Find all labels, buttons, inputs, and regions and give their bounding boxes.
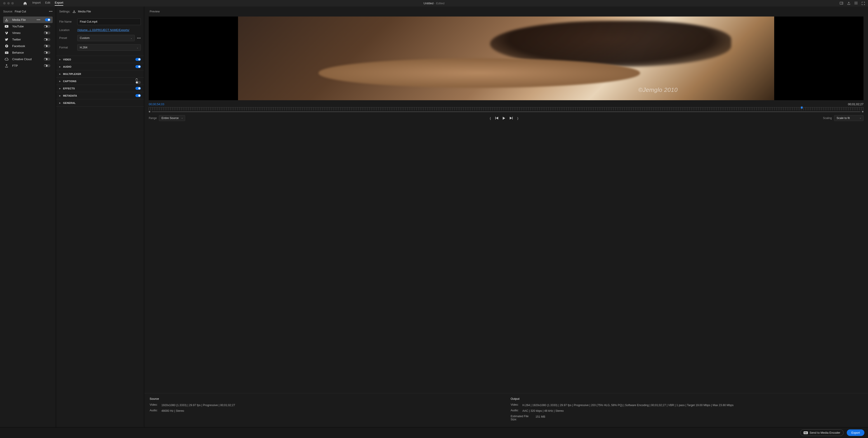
mark-out-icon[interactable]: } (517, 117, 518, 120)
preset-more-icon[interactable]: ••• (137, 36, 141, 40)
accordion-video[interactable]: ▶VIDEO (56, 56, 144, 63)
accordion-multiplexer[interactable]: ▶MULTIPLEXER (56, 70, 144, 78)
dest-toggle[interactable] (45, 18, 51, 21)
dest-creative-cloud[interactable]: Creative Cloud (3, 56, 53, 62)
preview-panel: Preview ©Jemglo 2010 00;00;54;03 00;01;0… (144, 6, 868, 427)
section-toggle[interactable] (135, 87, 141, 90)
scaling-label: Scaling (823, 117, 832, 120)
step-back-icon[interactable] (495, 117, 498, 119)
dest-media-file[interactable]: Media File••• (3, 17, 53, 23)
dest-icon (4, 64, 8, 67)
spinner-icon (135, 79, 138, 81)
document-title: Untitled - Edited (424, 2, 445, 5)
menu-icon[interactable] (855, 2, 858, 5)
send-to-encoder-button[interactable]: MeSend to Media Encoder (800, 430, 844, 436)
settings-label: Settings: (59, 10, 70, 13)
dest-label: Facebook (12, 45, 40, 48)
preview-header: Preview (149, 6, 864, 17)
spinner-icon (44, 58, 46, 60)
dest-icon (4, 18, 8, 22)
spinner-icon (44, 64, 46, 67)
footer: MeSend to Media Encoder Export (0, 427, 868, 438)
scaling-select[interactable]: Scale to fit (834, 115, 864, 121)
dest-label: Behance (12, 51, 40, 54)
playhead[interactable] (801, 107, 803, 109)
dest-vimeo[interactable]: Vimeo (3, 30, 53, 36)
chevron-right-icon: ▶ (59, 94, 61, 97)
source-label: Source: (3, 10, 13, 13)
dest-more-icon[interactable]: ••• (37, 18, 40, 22)
play-icon[interactable] (503, 117, 505, 120)
preset-label: Preset (59, 36, 77, 39)
dest-icon (4, 32, 8, 34)
nav-edit[interactable]: Edit (45, 1, 50, 6)
workspace-icon[interactable] (840, 2, 843, 5)
chevron-right-icon: ▶ (59, 66, 61, 68)
section-toggle[interactable] (135, 65, 141, 68)
spinner-icon (44, 32, 46, 34)
output-filesize: 151 MB (535, 415, 863, 421)
fullscreen-icon[interactable] (862, 2, 865, 5)
section-toggle[interactable] (135, 81, 141, 84)
mark-in-icon[interactable]: { (490, 117, 491, 120)
section-toggle[interactable] (135, 94, 141, 97)
video-preview[interactable]: ©Jemglo 2010 (149, 17, 864, 100)
preset-select[interactable]: Custom⌄ (77, 35, 135, 41)
window-traffic-lights[interactable] (3, 2, 14, 4)
accordion-general[interactable]: ▶GENERAL (56, 99, 144, 107)
share-icon[interactable] (847, 2, 850, 5)
dest-youtube[interactable]: YouTube (3, 23, 53, 30)
chevron-right-icon: ▶ (59, 73, 61, 75)
format-select[interactable]: H.264⌄ (77, 45, 141, 51)
dest-label: Creative Cloud (12, 57, 40, 61)
svg-rect-0 (840, 2, 843, 4)
dest-icon (4, 58, 8, 60)
scrub-track[interactable] (152, 112, 861, 112)
section-label: MULTIPLEXER (63, 72, 141, 75)
source-video-info: 1920x1080 (1.3333) | 29.97 fps | Progres… (161, 403, 502, 407)
settings-target: Media File (78, 10, 91, 13)
section-toggle[interactable] (135, 58, 141, 61)
section-label: EFFECTS (63, 87, 133, 90)
svg-text:Bē: Bē (6, 52, 7, 53)
media-encoder-icon: Me (804, 432, 808, 434)
chevron-down-icon: ⌄ (130, 37, 132, 39)
home-icon[interactable] (23, 2, 27, 5)
sources-panel: Source: Final Cut ••• Media File•••YouTu… (0, 6, 56, 427)
timeline-ruler[interactable] (149, 107, 864, 110)
dest-label: YouTube (12, 25, 40, 28)
dest-behance[interactable]: BēBehance (3, 49, 53, 56)
watermark: ©Jemglo 2010 (638, 86, 678, 93)
dest-ftp[interactable]: FTP (3, 62, 53, 69)
filename-input[interactable] (77, 18, 141, 25)
svg-rect-5 (495, 117, 496, 119)
summary-source-title: Source (150, 397, 502, 401)
chevron-right-icon: ▶ (59, 58, 61, 61)
output-video-info: H.264 | 1920x1080 (1.3333) | 29.97 fps |… (522, 403, 863, 407)
nav-export[interactable]: Export (55, 1, 63, 6)
step-fwd-icon[interactable] (510, 117, 513, 119)
dest-label: FTP (12, 64, 40, 67)
dest-facebook[interactable]: Facebook (3, 43, 53, 49)
accordion-metadata[interactable]: ▶METADATA (56, 92, 144, 99)
export-button[interactable]: Export (847, 430, 864, 436)
dest-label: Vimeo (12, 31, 40, 35)
section-label: GENERAL (63, 101, 141, 104)
accordion-captions[interactable]: ▶CAPTIONS (56, 78, 144, 85)
range-label: Range (149, 117, 157, 120)
dest-label: Twitter (12, 38, 40, 41)
spinner-icon (44, 45, 46, 47)
svg-rect-6 (512, 117, 513, 119)
chevron-right-icon: ▶ (59, 102, 61, 104)
nav-import[interactable]: Import (32, 1, 41, 6)
accordion-audio[interactable]: ▶AUDIO (56, 63, 144, 70)
accordion-effects[interactable]: ▶EFFECTS (56, 85, 144, 92)
dest-icon: Bē (4, 52, 8, 54)
dest-icon (4, 25, 8, 28)
source-more-icon[interactable]: ••• (49, 10, 53, 13)
spinner-icon (44, 25, 46, 28)
dest-twitter[interactable]: Twitter (3, 36, 53, 43)
range-select[interactable]: Entire Source (159, 115, 185, 121)
source-audio-info: 48000 Hz | Stereo (161, 409, 502, 413)
location-link[interactable]: /Volume...L 03/PROJECT NAME/Exports/ (77, 29, 129, 32)
